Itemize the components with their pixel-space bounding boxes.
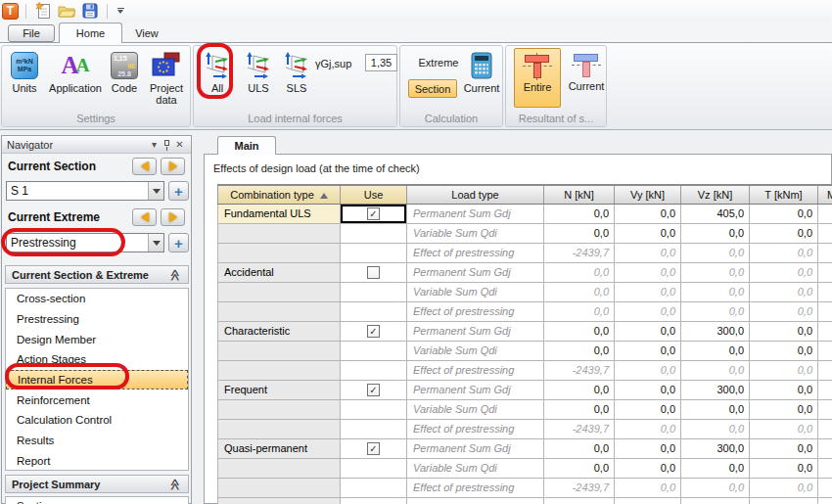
column-header-vy-kn-[interactable]: Vy [kN] [615, 185, 681, 204]
prev-section-button[interactable] [132, 158, 157, 175]
column-header-t-knm-[interactable]: T [kNm] [750, 185, 818, 204]
sidebar-item-calculation-control[interactable]: Calculation Control [6, 410, 188, 431]
value-cell[interactable]: 300,0 [681, 380, 750, 399]
use-cell[interactable] [341, 458, 407, 478]
combination-cell[interactable]: Fundamental ULS [218, 204, 341, 223]
combination-cell[interactable]: Frequent [218, 380, 341, 399]
value-cell[interactable]: 405,0 [681, 204, 750, 223]
value-cell[interactable]: 0,0 [544, 204, 615, 223]
value-cell[interactable]: 0,0 [615, 458, 681, 478]
units-button[interactable]: m²kNMPa Units [4, 48, 45, 94]
value-cell[interactable]: 0,0 [681, 458, 750, 478]
combination-cell[interactable] [218, 223, 341, 243]
application-button[interactable]: AA Application [46, 48, 105, 94]
use-cell[interactable]: ✓ [341, 321, 407, 341]
use-cell[interactable] [341, 243, 407, 262]
combination-cell[interactable]: Characteristic [218, 321, 341, 341]
section-button[interactable]: Section [408, 79, 457, 98]
next-section-button[interactable] [161, 158, 185, 175]
project-data-button[interactable]: Project data [143, 48, 190, 106]
tab-home[interactable]: Home [59, 23, 122, 43]
combination-cell[interactable]: Accidental [218, 262, 341, 282]
use-cell[interactable] [341, 262, 407, 282]
value-cell[interactable]: 0,0 [615, 223, 681, 243]
dropdown-arrow-icon[interactable] [148, 182, 163, 200]
value-cell[interactable]: 0,0 [750, 341, 818, 360]
close-icon[interactable]: ✕ [173, 139, 186, 150]
value-cell[interactable]: 0,0 [681, 399, 750, 419]
use-cell[interactable] [341, 282, 407, 301]
value-cell[interactable]: 0,0 [544, 458, 615, 478]
current-extreme-select[interactable]: Prestressing [6, 233, 164, 252]
quick-access-caret-icon[interactable] [115, 8, 126, 14]
value-cell[interactable]: 0,0 [750, 223, 818, 243]
value-cell[interactable]: 0,0 [615, 438, 681, 458]
dropdown-arrow-icon[interactable] [148, 234, 163, 252]
sidebar-item-report[interactable]: Report [6, 451, 188, 472]
tab-file[interactable]: File [8, 24, 55, 42]
navigator-menu-icon[interactable]: ▾ [148, 139, 161, 150]
sidebar-item-results[interactable]: Results [6, 431, 188, 451]
value-cell[interactable]: 0,0 [544, 438, 615, 458]
value-cell[interactable]: 0,0 [750, 438, 818, 458]
use-cell[interactable] [341, 341, 407, 360]
group-header-section-extreme[interactable]: Current Section & Extreme ≪ [5, 265, 189, 284]
add-extreme-button[interactable]: + [168, 233, 189, 252]
pin-icon[interactable] [161, 139, 173, 150]
value-cell[interactable]: 0,0 [681, 341, 750, 360]
use-cell[interactable] [341, 478, 407, 497]
tab-main[interactable]: Main [217, 136, 276, 155]
value-cell[interactable]: 0,0 [544, 380, 615, 399]
value-cell[interactable]: 0,0 [615, 321, 681, 341]
value-cell[interactable]: 0,0 [615, 399, 681, 419]
tab-view[interactable]: View [124, 23, 169, 43]
gamma-gj-sup-input[interactable]: 1,35 [365, 54, 397, 71]
column-header-combination-type[interactable]: Combination type [218, 185, 341, 204]
value-cell[interactable]: 0,0 [544, 321, 615, 341]
use-cell[interactable]: ✓ [341, 438, 407, 458]
code-button[interactable]: 1,15 90 25.8 Code [106, 48, 143, 94]
combination-cell[interactable] [218, 399, 341, 419]
app-logo-icon[interactable]: T [2, 3, 19, 20]
use-cell[interactable] [341, 419, 407, 438]
collapse-chevron-icon[interactable]: ≪ [169, 478, 183, 490]
combination-cell[interactable] [218, 243, 341, 262]
use-cell[interactable] [341, 301, 407, 321]
calculate-current-button[interactable]: Current [459, 48, 504, 94]
combination-cell[interactable] [218, 301, 341, 321]
value-cell[interactable]: 0,0 [615, 341, 681, 360]
sidebar-item-design-member[interactable]: Design Member [6, 329, 188, 349]
value-cell[interactable]: 0,0 [750, 321, 818, 341]
value-cell[interactable]: 0,0 [750, 399, 818, 419]
use-checkbox[interactable]: ✓ [367, 442, 380, 455]
entire-button[interactable]: Entire [514, 48, 561, 108]
value-cell[interactable]: 0,0 [750, 204, 818, 223]
column-header-n-kn-[interactable]: N [kN] [544, 185, 615, 204]
value-cell[interactable]: 0,0 [750, 458, 818, 478]
use-cell[interactable] [341, 399, 407, 419]
all-button[interactable]: All [199, 48, 236, 94]
value-cell[interactable]: 0,0 [544, 223, 615, 243]
sidebar-item-cross-section[interactable]: Cross-section [6, 289, 188, 309]
combination-cell[interactable] [218, 458, 341, 478]
combination-cell[interactable] [218, 360, 341, 380]
save-icon[interactable] [80, 1, 100, 21]
group-header-project-summary[interactable]: Project Summary ≪ [5, 475, 189, 493]
combination-cell[interactable] [218, 341, 341, 360]
use-cell[interactable]: ✓ [341, 380, 407, 399]
combination-cell[interactable] [218, 478, 341, 497]
value-cell[interactable]: 0,0 [681, 223, 750, 243]
combination-cell[interactable] [218, 282, 341, 301]
new-document-icon[interactable] [33, 1, 53, 21]
value-cell[interactable]: 0,0 [615, 380, 681, 399]
sidebar-item-reinforcement[interactable]: Reinforcement [6, 389, 188, 410]
next-extreme-button[interactable] [161, 208, 185, 226]
use-checkbox[interactable]: ✓ [367, 384, 380, 396]
use-cell[interactable] [341, 360, 407, 380]
value-cell[interactable]: 0,0 [750, 380, 818, 399]
current-section-select[interactable]: S 1 [6, 181, 164, 201]
collapse-chevron-icon[interactable]: ≪ [169, 268, 183, 281]
use-checkbox[interactable] [367, 266, 380, 279]
column-header-load-type[interactable]: Load type [407, 185, 544, 204]
column-header-partial[interactable]: M [818, 185, 832, 204]
